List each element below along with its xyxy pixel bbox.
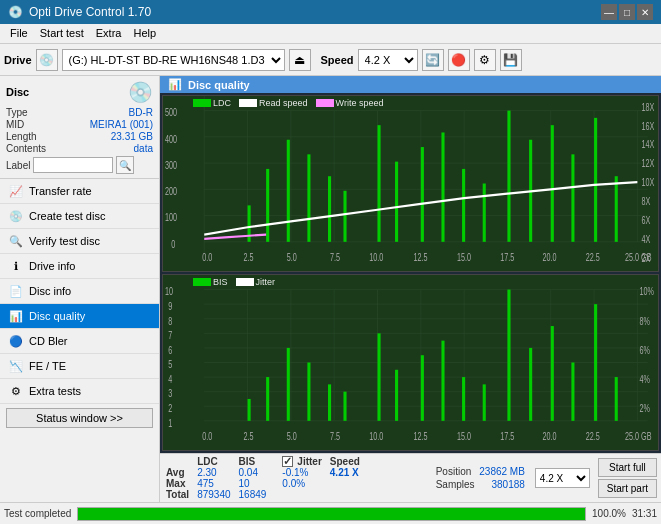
svg-rect-126 [615, 377, 618, 421]
svg-text:2.5: 2.5 [243, 431, 253, 443]
svg-text:4%: 4% [639, 374, 650, 386]
svg-rect-120 [483, 384, 486, 420]
svg-rect-109 [248, 399, 251, 421]
sidebar-item-drive-info[interactable]: ℹDrive info [0, 254, 159, 279]
sidebar-item-cd-bler[interactable]: 🔵CD Bler [0, 329, 159, 354]
svg-rect-47 [307, 154, 310, 242]
menu-extra[interactable]: Extra [90, 26, 128, 41]
svg-text:6X: 6X [642, 215, 651, 227]
svg-text:22.5: 22.5 [586, 252, 600, 264]
legend-ldc: LDC [193, 98, 231, 108]
svg-rect-0 [163, 96, 658, 271]
legend-jitter-color [236, 278, 254, 286]
svg-text:7.5: 7.5 [330, 252, 340, 264]
svg-text:10.0: 10.0 [369, 252, 383, 264]
speed-select[interactable]: 4.2 X [358, 49, 418, 71]
type-label: Type [6, 107, 28, 118]
sidebar-item-label-extra-tests: Extra tests [29, 385, 81, 397]
sidebar-item-label-disc-quality: Disc quality [29, 310, 85, 322]
svg-rect-119 [462, 377, 465, 421]
legend-bis: BIS [193, 277, 228, 287]
eject-button[interactable]: ⏏ [289, 49, 311, 71]
svg-rect-110 [266, 377, 269, 421]
legend-bis-color [193, 278, 211, 286]
start-full-button[interactable]: Start full [598, 458, 657, 477]
svg-text:18X: 18X [642, 101, 655, 113]
svg-text:9: 9 [168, 301, 172, 313]
speed-value: 4.21 X [328, 467, 366, 478]
svg-text:4: 4 [168, 374, 172, 386]
content-area: 📊 Disc quality LDC Read speed [160, 76, 661, 502]
menu-help[interactable]: Help [127, 26, 162, 41]
settings-button1[interactable]: 🔴 [448, 49, 470, 71]
drive-label: Drive [4, 54, 32, 66]
settings-button2[interactable]: ⚙ [474, 49, 496, 71]
chart-ldc: LDC Read speed Write speed [162, 95, 659, 272]
sidebar-item-disc-info[interactable]: 📄Disc info [0, 279, 159, 304]
svg-rect-49 [343, 191, 346, 242]
svg-rect-112 [307, 363, 310, 421]
legend-ldc-color [193, 99, 211, 107]
refresh-button[interactable]: 🔄 [422, 49, 444, 71]
svg-text:2.5: 2.5 [243, 252, 253, 264]
status-window-button[interactable]: Status window >> [6, 408, 153, 428]
svg-text:5.0: 5.0 [287, 431, 297, 443]
svg-text:15.0: 15.0 [457, 431, 471, 443]
speed-dropdown[interactable]: 4.2 X [535, 468, 590, 488]
sidebar-item-disc-quality[interactable]: 📊Disc quality [0, 304, 159, 329]
drive-icon-button[interactable]: 💿 [36, 49, 58, 71]
sidebar-item-transfer-rate[interactable]: 📈Transfer rate [0, 179, 159, 204]
avg-jitter: -0.1% [280, 467, 327, 478]
sidebar-item-verify-test-disc[interactable]: 🔍Verify test disc [0, 229, 159, 254]
svg-text:300: 300 [165, 160, 177, 172]
legend-write-label: Write speed [336, 98, 384, 108]
label-input[interactable] [33, 157, 113, 173]
svg-text:12.5: 12.5 [414, 431, 428, 443]
max-label: Max [164, 478, 195, 489]
svg-text:25.0 GB: 25.0 GB [625, 431, 652, 443]
start-part-button[interactable]: Start part [598, 479, 657, 498]
svg-text:14X: 14X [642, 139, 655, 151]
speed-label: Speed [321, 54, 354, 66]
svg-text:15.0: 15.0 [457, 252, 471, 264]
svg-rect-53 [441, 132, 444, 241]
sidebar-item-extra-tests[interactable]: ⚙Extra tests [0, 379, 159, 404]
length-label: Length [6, 131, 37, 142]
svg-text:3: 3 [168, 388, 172, 400]
svg-text:500: 500 [165, 107, 177, 119]
svg-rect-48 [328, 176, 331, 242]
svg-rect-56 [507, 111, 510, 242]
sidebar-item-fe-te[interactable]: 📉FE / TE [0, 354, 159, 379]
svg-text:8: 8 [168, 315, 172, 327]
svg-rect-60 [594, 118, 597, 242]
svg-rect-118 [441, 341, 444, 421]
svg-text:200: 200 [165, 186, 177, 198]
dq-icon: 📊 [168, 78, 182, 91]
sidebar-item-create-test-disc[interactable]: 💿Create test disc [0, 204, 159, 229]
svg-text:4X: 4X [642, 234, 651, 246]
chart1-svg: 500 400 300 200 100 0 18X 16X 14X 12X 10… [163, 96, 658, 271]
minimize-button[interactable]: — [601, 4, 617, 20]
svg-text:22.5: 22.5 [586, 431, 600, 443]
save-button[interactable]: 💾 [500, 49, 522, 71]
disc-image-icon: 💿 [128, 80, 153, 104]
legend-jitter: Jitter [236, 277, 276, 287]
svg-text:17.5: 17.5 [500, 252, 514, 264]
svg-text:6: 6 [168, 345, 172, 357]
menu-start-test[interactable]: Start test [34, 26, 90, 41]
svg-text:7.5: 7.5 [330, 431, 340, 443]
dq-title: Disc quality [188, 79, 250, 91]
close-button[interactable]: ✕ [637, 4, 653, 20]
menubar: File Start test Extra Help [0, 24, 661, 44]
svg-rect-123 [551, 326, 554, 421]
svg-rect-55 [483, 184, 486, 242]
jitter-checkbox[interactable] [282, 456, 293, 467]
speed-section: 4.2 X [535, 468, 590, 488]
svg-rect-46 [287, 140, 290, 242]
drive-select[interactable]: (G:) HL-DT-ST BD-RE WH16NS48 1.D3 [62, 49, 285, 71]
label-icon-button[interactable]: 🔍 [116, 156, 134, 174]
menu-file[interactable]: File [4, 26, 34, 41]
svg-text:12X: 12X [642, 158, 655, 170]
statusbar: Test completed 100.0% 31:31 [0, 502, 661, 524]
maximize-button[interactable]: □ [619, 4, 635, 20]
